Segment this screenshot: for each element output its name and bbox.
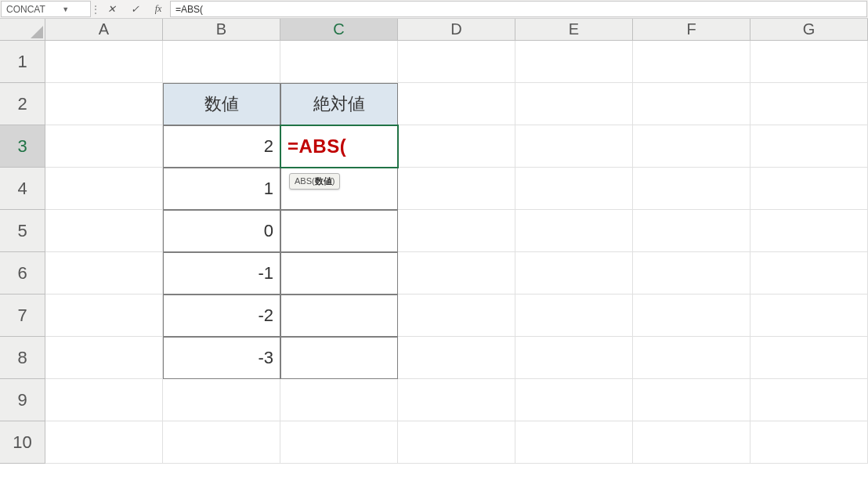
cell-F10[interactable]: [633, 421, 750, 464]
cell-A7[interactable]: [45, 295, 163, 337]
cell-A2[interactable]: [45, 83, 163, 125]
cell-A8[interactable]: [45, 337, 163, 379]
col-header-G[interactable]: G: [750, 19, 868, 41]
cell-B6[interactable]: -1: [163, 252, 280, 295]
cell-A6[interactable]: [45, 252, 163, 295]
cell-G4[interactable]: [750, 168, 868, 210]
col-header-D[interactable]: D: [398, 19, 515, 41]
cell-F3[interactable]: [633, 125, 750, 168]
col-header-F[interactable]: F: [633, 19, 750, 41]
check-icon: ✓: [131, 3, 139, 16]
cell-E5[interactable]: [515, 210, 633, 252]
cell-F5[interactable]: [633, 210, 750, 252]
cell-D6[interactable]: [398, 252, 515, 295]
cell-F4[interactable]: [633, 168, 750, 210]
row-header-10[interactable]: 10: [0, 421, 45, 464]
cell-F8[interactable]: [633, 337, 750, 379]
cell-B5[interactable]: 0: [163, 210, 280, 252]
cell-A3[interactable]: [45, 125, 163, 168]
cell-C2[interactable]: 絶対値: [280, 83, 398, 125]
cell-B7[interactable]: -2: [163, 295, 280, 337]
cell-G1[interactable]: [750, 41, 868, 83]
cell-G7[interactable]: [750, 295, 868, 337]
cell-G6[interactable]: [750, 252, 868, 295]
cell-B4[interactable]: 1: [163, 168, 280, 210]
row-header-6[interactable]: 6: [0, 252, 45, 295]
cell-F1[interactable]: [633, 41, 750, 83]
cell-G9[interactable]: [750, 379, 868, 421]
cell-D9[interactable]: [398, 379, 515, 421]
row-header-2[interactable]: 2: [0, 83, 45, 125]
col-header-C[interactable]: C: [280, 19, 398, 41]
row-header-5[interactable]: 5: [0, 210, 45, 252]
row-header-9[interactable]: 9: [0, 379, 45, 421]
cell-D5[interactable]: [398, 210, 515, 252]
cell-A4[interactable]: [45, 168, 163, 210]
cell-G10[interactable]: [750, 421, 868, 464]
cell-C5[interactable]: [280, 210, 398, 252]
cell-D10[interactable]: [398, 421, 515, 464]
cell-E2[interactable]: [515, 83, 633, 125]
cell-E4[interactable]: [515, 168, 633, 210]
cell-G3[interactable]: [750, 125, 868, 168]
row-header-3[interactable]: 3: [0, 125, 45, 168]
cell-D8[interactable]: [398, 337, 515, 379]
cell-D7[interactable]: [398, 295, 515, 337]
select-all-corner[interactable]: [0, 19, 45, 41]
cell-E7[interactable]: [515, 295, 633, 337]
row-5: 5 0: [0, 210, 868, 252]
insert-function-button[interactable]: fx: [146, 0, 170, 18]
cell-A9[interactable]: [45, 379, 163, 421]
cell-G8[interactable]: [750, 337, 868, 379]
name-box-dropdown-icon[interactable]: ▼: [46, 5, 86, 13]
row-header-7[interactable]: 7: [0, 295, 45, 337]
function-tooltip[interactable]: ABS(数値): [289, 173, 340, 190]
row-header-1[interactable]: 1: [0, 41, 45, 83]
cell-G2[interactable]: [750, 83, 868, 125]
col-header-B[interactable]: B: [163, 19, 280, 41]
row-header-8[interactable]: 8: [0, 337, 45, 379]
cell-C7[interactable]: [280, 295, 398, 337]
cell-E9[interactable]: [515, 379, 633, 421]
cell-E10[interactable]: [515, 421, 633, 464]
cell-A10[interactable]: [45, 421, 163, 464]
cell-E6[interactable]: [515, 252, 633, 295]
cell-C8[interactable]: [280, 337, 398, 379]
cell-D4[interactable]: [398, 168, 515, 210]
cell-C9[interactable]: [280, 379, 398, 421]
cell-E8[interactable]: [515, 337, 633, 379]
cancel-button[interactable]: ✕: [99, 0, 123, 18]
cell-B2[interactable]: 数値: [163, 83, 280, 125]
name-box[interactable]: CONCAT ▼: [1, 1, 91, 17]
formula-input[interactable]: =ABS(: [170, 1, 867, 17]
row-3: 3 2 =ABS( ABS(数値): [0, 125, 868, 168]
col-header-A[interactable]: A: [45, 19, 163, 41]
cell-C10[interactable]: [280, 421, 398, 464]
cell-E1[interactable]: [515, 41, 633, 83]
cell-D2[interactable]: [398, 83, 515, 125]
cell-D1[interactable]: [398, 41, 515, 83]
col-header-E[interactable]: E: [515, 19, 633, 41]
cell-A5[interactable]: [45, 210, 163, 252]
enter-button[interactable]: ✓: [123, 0, 146, 18]
cell-C3[interactable]: =ABS( ABS(数値): [280, 125, 398, 168]
cell-F9[interactable]: [633, 379, 750, 421]
name-box-value: CONCAT: [6, 4, 46, 15]
cell-F6[interactable]: [633, 252, 750, 295]
cell-F2[interactable]: [633, 83, 750, 125]
cell-B9[interactable]: [163, 379, 280, 421]
cell-F7[interactable]: [633, 295, 750, 337]
cell-E3[interactable]: [515, 125, 633, 168]
cell-G5[interactable]: [750, 210, 868, 252]
cell-B8[interactable]: -3: [163, 337, 280, 379]
cell-B1[interactable]: [163, 41, 280, 83]
row-1: 1: [0, 41, 868, 83]
cell-D3[interactable]: [398, 125, 515, 168]
cell-B10[interactable]: [163, 421, 280, 464]
cell-A1[interactable]: [45, 41, 163, 83]
cell-C1[interactable]: [280, 41, 398, 83]
row-header-4[interactable]: 4: [0, 168, 45, 210]
cell-C6[interactable]: [280, 252, 398, 295]
cell-B3[interactable]: 2: [163, 125, 280, 168]
column-headers: A B C D E F G: [0, 19, 868, 41]
